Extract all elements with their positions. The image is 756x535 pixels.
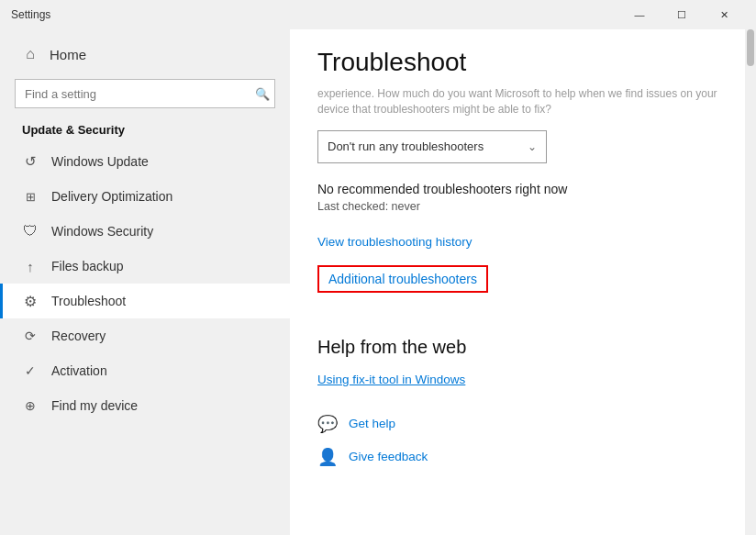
dropdown-value: Don't run any troubleshooters bbox=[328, 139, 484, 153]
sidebar-item-label: Recovery bbox=[51, 329, 106, 343]
sidebar-section-title: Update & Security bbox=[0, 119, 290, 144]
sidebar-item-label: Activation bbox=[51, 363, 107, 378]
maximize-button[interactable]: ☐ bbox=[661, 0, 703, 29]
sidebar-home-label: Home bbox=[50, 47, 86, 62]
view-history-link[interactable]: View troubleshooting history bbox=[317, 235, 472, 249]
troubleshoot-dropdown[interactable]: Don't run any troubleshooters ⌄ bbox=[317, 130, 547, 163]
sidebar-item-windows-update[interactable]: ↺ Windows Update bbox=[0, 144, 290, 179]
help-item-give-feedback: 👤 Give feedback bbox=[317, 447, 719, 467]
sidebar-item-label: Find my device bbox=[51, 398, 138, 413]
sidebar-item-recovery[interactable]: ⟳ Recovery bbox=[0, 318, 290, 353]
sidebar-item-find-my-device[interactable]: ⊕ Find my device bbox=[0, 388, 290, 423]
main-panel: Troubleshoot experience. How much do you… bbox=[290, 29, 756, 535]
settings-window: Settings — ☐ ✕ ⌂ Home 🔍 Update & Securit… bbox=[0, 0, 756, 535]
windows-update-icon: ↺ bbox=[22, 153, 39, 170]
additional-troubleshooters-box: Additional troubleshooters bbox=[317, 265, 488, 293]
dropdown-container: Don't run any troubleshooters ⌄ bbox=[317, 130, 719, 163]
additional-troubleshooters-link[interactable]: Additional troubleshooters bbox=[328, 272, 477, 286]
sidebar: ⌂ Home 🔍 Update & Security ↺ Windows Upd… bbox=[0, 29, 290, 535]
chevron-down-icon: ⌄ bbox=[528, 140, 537, 153]
sidebar-item-label: Delivery Optimization bbox=[51, 189, 172, 204]
sidebar-item-label: Files backup bbox=[51, 259, 124, 273]
give-feedback-icon: 👤 bbox=[317, 447, 338, 467]
no-troubleshooters-text: No recommended troubleshooters right now bbox=[317, 182, 719, 196]
scrollbar-track[interactable] bbox=[745, 29, 756, 535]
sidebar-item-label: Troubleshoot bbox=[51, 294, 126, 308]
close-button[interactable]: ✕ bbox=[703, 0, 745, 29]
help-from-web-heading: Help from the web bbox=[317, 337, 719, 358]
troubleshoot-icon: ⚙ bbox=[22, 293, 39, 309]
content-area: ⌂ Home 🔍 Update & Security ↺ Windows Upd… bbox=[0, 29, 756, 535]
get-help-icon: 💬 bbox=[317, 414, 338, 434]
scrollbar-thumb[interactable] bbox=[747, 29, 754, 66]
find-my-device-icon: ⊕ bbox=[22, 397, 39, 414]
files-backup-icon: ↑ bbox=[22, 258, 39, 274]
home-icon: ⌂ bbox=[22, 46, 39, 62]
last-checked-text: Last checked: never bbox=[317, 200, 719, 213]
sidebar-item-label: Windows Update bbox=[51, 154, 149, 169]
search-input[interactable] bbox=[15, 79, 275, 108]
help-items: 💬 Get help 👤 Give feedback bbox=[317, 414, 719, 467]
window-title: Settings bbox=[11, 8, 618, 21]
delivery-optimization-icon: ⊞ bbox=[22, 188, 39, 205]
windows-security-icon: 🛡 bbox=[22, 223, 39, 240]
additional-troubleshooters-container: Additional troubleshooters bbox=[317, 265, 719, 315]
sidebar-item-activation[interactable]: ✓ Activation bbox=[0, 353, 290, 388]
help-item-get-help: 💬 Get help bbox=[317, 414, 719, 434]
sidebar-item-label: Windows Security bbox=[51, 224, 153, 239]
activation-icon: ✓ bbox=[22, 362, 39, 379]
give-feedback-link[interactable]: Give feedback bbox=[349, 450, 428, 463]
sidebar-item-home[interactable]: ⌂ Home bbox=[0, 37, 290, 72]
minimize-button[interactable]: — bbox=[618, 0, 661, 29]
sidebar-item-windows-security[interactable]: 🛡 Windows Security bbox=[0, 214, 290, 249]
search-box: 🔍 bbox=[15, 79, 275, 108]
intro-text: experience. How much do you want Microso… bbox=[317, 86, 719, 117]
titlebar: Settings — ☐ ✕ bbox=[0, 0, 756, 29]
sidebar-item-troubleshoot[interactable]: ⚙ Troubleshoot bbox=[0, 284, 290, 318]
get-help-link[interactable]: Get help bbox=[349, 417, 395, 430]
page-title: Troubleshoot bbox=[317, 48, 719, 77]
sidebar-item-delivery-optimization[interactable]: ⊞ Delivery Optimization bbox=[0, 179, 290, 214]
search-icon: 🔍 bbox=[255, 87, 270, 101]
web-link[interactable]: Using fix-it tool in Windows bbox=[317, 373, 465, 386]
sidebar-item-files-backup[interactable]: ↑ Files backup bbox=[0, 249, 290, 284]
window-controls: — ☐ ✕ bbox=[618, 0, 745, 29]
main-scroll-area[interactable]: Troubleshoot experience. How much do you… bbox=[290, 29, 756, 535]
recovery-icon: ⟳ bbox=[22, 328, 39, 344]
